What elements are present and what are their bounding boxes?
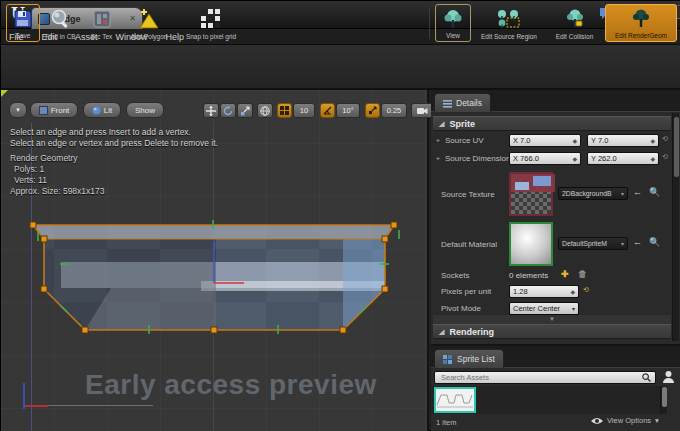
source-texture-browse-icon[interactable]: ← [633, 187, 642, 197]
add-polygon-icon [137, 4, 161, 33]
sockets-value: 0 elements [509, 271, 548, 280]
snap-to-pixel-grid-label: Snap to pixel grid [186, 33, 236, 40]
chevron-down-icon: ▾ [655, 416, 659, 425]
source-dimension-x-value: X 766.0 [513, 154, 539, 163]
source-dimension-reset-icon[interactable]: ⟲ [662, 153, 668, 161]
source-uv-x-field[interactable]: X 7.0◆ [509, 134, 581, 147]
expander-arrow-icon: ▼ [549, 316, 555, 322]
source-uv-label: Source UV [445, 136, 484, 145]
sprite-section-header[interactable]: ◢ Sprite [433, 116, 671, 131]
default-material-browse-icon[interactable]: ← [633, 237, 642, 247]
view-options-button[interactable]: View Options ▾ [591, 416, 659, 425]
save-button[interactable]: Save [6, 4, 40, 42]
pixels-per-unit-value: 1.28 [513, 287, 528, 296]
find-in-cb-icon [50, 4, 72, 33]
source-dimension-label: Source Dimension [445, 154, 510, 163]
view-options-label: View Options [607, 416, 651, 425]
details-scrollbar[interactable] [672, 113, 679, 341]
spinner-icon[interactable]: ◆ [572, 137, 577, 144]
edit-collision-label: Edit Collision [556, 33, 594, 40]
src-tex-label: Src Tex [91, 33, 113, 40]
add-polygon-label: Add Polygon [131, 33, 168, 40]
sprite-list-scrollbar[interactable] [660, 386, 667, 414]
default-material-value: DefaultSpriteM [562, 240, 607, 247]
source-texture-thumbnail[interactable] [509, 172, 553, 216]
main-toolbar [1, 45, 680, 90]
view-mode-label: View [446, 32, 460, 39]
source-texture-combo[interactable]: 2DBackgroundB▾ [558, 187, 628, 200]
sprite-asset-thumbnail [436, 389, 474, 411]
filter-user-icon[interactable] [662, 370, 675, 384]
details-tab-label: Details [456, 98, 482, 108]
spinner-icon[interactable]: ◆ [572, 155, 577, 162]
eye-icon [591, 417, 603, 425]
source-dimension-y-field[interactable]: Y 262.0◆ [587, 152, 659, 165]
edit-source-region-icon [494, 4, 524, 33]
asset-list-area[interactable] [431, 386, 667, 414]
sprite-asset-item[interactable] [434, 387, 476, 413]
sprite-list-tab-icon [443, 355, 453, 364]
sprite-list-scrollbar-thumb[interactable] [662, 387, 667, 407]
save-label: Save [16, 32, 31, 39]
delete-sockets-icon[interactable]: 🗑 [578, 269, 587, 279]
source-uv-y-field[interactable]: Y 7.0◆ [587, 134, 659, 147]
details-tab-bar: Details [431, 90, 680, 111]
source-uv-reset-icon[interactable]: ⟲ [662, 135, 668, 143]
rendering-section-header[interactable]: ◢ Rendering [433, 324, 671, 339]
toolbar-separator [429, 7, 430, 39]
asset-search-box[interactable] [434, 371, 656, 384]
rendering-section-label: Rendering [449, 327, 494, 337]
pivot-mode-dropdown[interactable]: Center Center▾ [509, 302, 579, 315]
category-expander[interactable]: ▼ [433, 315, 671, 324]
spinner-icon[interactable]: ◆ [570, 288, 575, 295]
snap-to-pixel-grid-icon [200, 4, 222, 33]
pixels-per-unit-label: Pixels per unit [441, 287, 491, 296]
source-texture-value: 2DBackgroundB [562, 190, 612, 197]
default-material-label: Default Material [441, 240, 497, 249]
view-mode-icon [444, 5, 462, 32]
app-window: U Ledge ✕ ─ ❐ ✕ File Edit Asset Window H… [0, 0, 680, 431]
details-tab-icon [443, 99, 452, 108]
sprite-section-label: Sprite [449, 119, 475, 129]
src-tex-button[interactable]: Src Tex [84, 4, 119, 42]
tab-sprite-list[interactable]: Sprite List [434, 349, 504, 368]
spinner-icon[interactable]: ◆ [650, 137, 655, 144]
edit-collision-icon [565, 4, 585, 33]
find-in-cb-label: Find in CB [45, 33, 75, 40]
snap-to-pixel-grid-button[interactable]: Snap to pixel grid [178, 4, 244, 42]
chevron-down-icon: ▾ [621, 240, 624, 247]
section-collapse-icon: ◢ [439, 120, 444, 128]
search-input[interactable] [439, 372, 642, 383]
spinner-icon[interactable]: ◆ [650, 155, 655, 162]
default-material-find-icon[interactable]: 🔍 [649, 237, 660, 247]
source-texture-label: Source Texture [441, 190, 495, 199]
source-texture-art-blue2 [515, 182, 529, 190]
source-dimension-x-field[interactable]: X 766.0◆ [509, 152, 581, 165]
sockets-label: Sockets [441, 271, 469, 280]
pivot-mode-label: Pivot Mode [441, 304, 481, 313]
default-material-thumbnail[interactable] [509, 222, 553, 266]
edit-source-region-label: Edit Source Region [481, 33, 537, 40]
source-dimension-expander-icon[interactable]: ▸ [437, 154, 440, 161]
source-texture-find-icon[interactable]: 🔍 [649, 187, 660, 197]
mode-edit-render-geom-button[interactable]: Edit RenderGeom [605, 4, 677, 42]
section-collapse-icon: ◢ [439, 328, 444, 336]
add-polygon-button[interactable]: Add Polygon [123, 4, 175, 42]
details-scrollbar-thumb[interactable] [674, 117, 679, 177]
source-uv-expander-icon[interactable]: ▸ [437, 136, 440, 143]
default-material-combo[interactable]: DefaultSpriteM▾ [558, 237, 628, 250]
mode-edit-source-region-button[interactable]: Edit Source Region [475, 4, 543, 42]
add-socket-icon[interactable]: ✚ [561, 269, 569, 279]
pixels-per-unit-field[interactable]: 1.28◆ [509, 285, 579, 298]
tab-details[interactable]: Details [434, 93, 491, 112]
mode-edit-collision-button[interactable]: Edit Collision [547, 4, 602, 42]
src-tex-icon [92, 4, 112, 33]
source-dimension-y-value: Y 262.0 [591, 154, 617, 163]
mode-view-button[interactable]: View [435, 4, 471, 42]
pixels-per-unit-reset-icon[interactable]: ⟲ [583, 286, 589, 294]
source-texture-art-blue [533, 176, 551, 186]
source-uv-y-value: Y 7.0 [591, 136, 608, 145]
early-access-watermark: Early access preview [85, 369, 377, 401]
find-in-cb-button[interactable]: Find in CB [42, 4, 79, 42]
save-icon [13, 5, 33, 32]
